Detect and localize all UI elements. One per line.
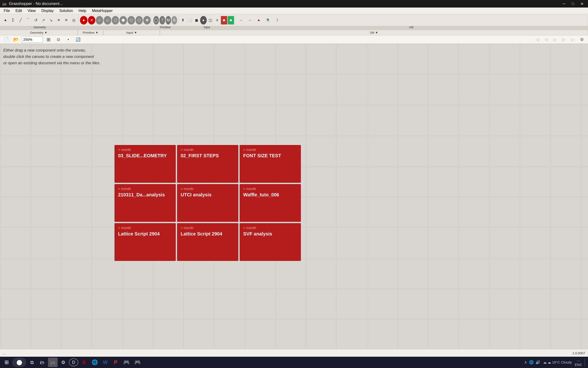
input-arrow: ▼ (134, 31, 137, 34)
tile-4[interactable]: > month UTCI analysis (177, 184, 238, 222)
word-button[interactable]: W (101, 358, 110, 367)
menu-metahopper[interactable]: MetaHopper (89, 8, 115, 13)
tile-2[interactable]: > month FONT SIZE TEST (240, 145, 301, 183)
tile-3[interactable]: > month 210311_Da...analysis (114, 184, 176, 222)
util-btn-4[interactable]: ⚗ (263, 16, 272, 25)
weather-widget[interactable]: ☁ ☁ 19°C Cloudy (543, 360, 572, 364)
tile-1-date: > month (181, 148, 235, 152)
open-file-icon[interactable]: 📂 (12, 35, 20, 44)
geometry-section-label: Geometry ▼ (0, 30, 78, 35)
util-btn-2[interactable]: → (246, 16, 254, 25)
settings-taskbutton[interactable]: ⚙ (59, 358, 68, 367)
geo2-btn-9[interactable]: ❋ (143, 16, 151, 25)
geo2-btn-7[interactable]: ⬠ (127, 16, 135, 25)
search-button[interactable]: ⬤ (12, 358, 26, 367)
prim-btn-3[interactable]: M (166, 16, 171, 25)
input-btn-5[interactable]: ◫ (207, 16, 214, 25)
menu-help[interactable]: Help (76, 8, 89, 13)
close-button[interactable]: ✕ (578, 0, 586, 8)
geo2-btn-8[interactable]: ⬡ (135, 16, 143, 25)
tile-5[interactable]: > month Waffle_tuto_006 (240, 184, 301, 222)
geo-btn-7[interactable]: ↘ (47, 16, 54, 25)
view-btn-3[interactable]: ▷ (551, 35, 559, 44)
geo2-btn-2[interactable]: ✕ (88, 16, 96, 25)
dell-button[interactable]: D (69, 358, 78, 366)
prim-btn-4[interactable]: A (171, 16, 177, 25)
menu-edit[interactable]: Edit (13, 8, 25, 13)
new-file-icon[interactable]: 📄 (2, 35, 10, 44)
geo2-btn-4[interactable]: ◇ (104, 16, 111, 25)
view-btn-6[interactable]: ⚙ (578, 35, 586, 44)
settings-icon[interactable]: • (64, 35, 72, 44)
tile-1[interactable]: > month 02_FIRST STEPS (177, 145, 238, 183)
files-button[interactable]: 🗁 (38, 358, 47, 367)
geo2-btn-1[interactable]: ● (80, 16, 88, 25)
input-btn-4[interactable]: ● (200, 16, 207, 25)
tile-7-date: > month (181, 226, 235, 230)
start-button[interactable]: ⊞ (2, 358, 11, 367)
tray-icon-1[interactable]: ∧ (524, 360, 527, 364)
menu-file[interactable]: File (1, 8, 13, 13)
fit-view-icon[interactable]: ⊞ (44, 35, 53, 44)
view-toolbar: 📄 📂 ⊞ ⊙ • 🔄 ◁ ◁ ▷ ▷ ▷ ⚙ (0, 35, 588, 44)
view-toggle-icon[interactable]: ⊙ (54, 35, 62, 44)
geo-btn-10[interactable]: ◎ (70, 16, 77, 25)
network-icon[interactable]: 🌐 (529, 360, 534, 364)
speaker-icon[interactable]: 🔊 (535, 360, 540, 364)
input-btn-7[interactable]: ■ (221, 16, 227, 25)
geo2-btn-6[interactable]: ⬟ (120, 16, 127, 25)
input-btn-1[interactable]: ⬆ (180, 16, 186, 25)
primitive-arrow: ▼ (95, 31, 98, 34)
geo-btn-4[interactable]: ⌒ (25, 16, 32, 25)
menu-solution[interactable]: Solution (56, 8, 76, 13)
util-label: Util (236, 26, 587, 29)
view-btn-1[interactable]: ◁ (533, 35, 541, 44)
primitive-text: Primitive (83, 31, 95, 34)
input-btn-6[interactable]: ≡ (214, 16, 220, 25)
util-btn-5[interactable]: ☽ (272, 16, 281, 25)
util-btn-1[interactable]: → (237, 16, 245, 25)
geo-btn-9[interactable]: ✕ (62, 16, 70, 25)
zoom-input[interactable] (22, 37, 43, 43)
hint-text: Either drag a new component onto the can… (3, 47, 100, 66)
util-section-label: Util ▼ (160, 30, 588, 35)
geo-btn-1[interactable]: ● (2, 16, 9, 25)
canvas-area[interactable]: Either drag a new component onto the can… (0, 44, 588, 349)
view-btn-2[interactable]: ◁ (542, 35, 550, 44)
show-desktop-button[interactable] (585, 358, 586, 367)
geo-btn-2[interactable]: Σ (9, 16, 17, 25)
game-button1[interactable]: 🎮 (121, 358, 132, 367)
tile-6[interactable]: > month Lattice Script 2904 (114, 223, 176, 261)
view-btn-4[interactable]: ▷ (560, 35, 568, 44)
geo2-btn-5[interactable]: ⬡ (112, 16, 119, 25)
taskbar-clock[interactable]: ... ENG (575, 357, 582, 367)
tile-5-date: > month (243, 187, 297, 191)
prim-btn-2[interactable]: 7 (159, 16, 165, 25)
game-button2[interactable]: 🎮 (132, 358, 142, 367)
geo-btn-6[interactable]: ↗ (40, 16, 47, 25)
refresh-icon[interactable]: 🔄 (74, 35, 82, 44)
prim-btn-1[interactable]: ◯ (153, 16, 159, 25)
geo2-btn-3[interactable]: ○ (96, 16, 103, 25)
tile-8[interactable]: > month SVF analysis (240, 223, 301, 261)
chrome-button[interactable]: 🌐 (90, 358, 100, 367)
grasshopper-taskbutton[interactable]: 🦗 (48, 358, 58, 367)
menu-display[interactable]: Display (39, 8, 56, 13)
util-text: Util (370, 31, 374, 34)
view-btn-5[interactable]: ▷ (569, 35, 577, 44)
powerpoint-button[interactable]: P (111, 358, 120, 367)
geo-btn-5[interactable]: ↺ (32, 16, 39, 25)
geo-btn-8[interactable]: ✕ (55, 16, 62, 25)
input-btn-3[interactable]: ◼ (193, 16, 200, 25)
acrobat-button[interactable]: A (79, 358, 89, 367)
taskview-button[interactable]: ⧉ (27, 358, 37, 367)
util-btn-3[interactable]: ● (255, 16, 263, 25)
input-btn-8[interactable]: ■ (228, 16, 234, 25)
input-btn-2[interactable]: ⬜ (186, 16, 193, 25)
maximize-button[interactable]: □ (569, 0, 577, 8)
tile-0[interactable]: > month 03_SLIDE...EOMETRY (114, 145, 176, 183)
geo-btn-3[interactable]: ╱ (17, 16, 24, 25)
menu-view[interactable]: View (25, 8, 38, 13)
minimize-button[interactable]: ─ (560, 0, 568, 8)
tile-7[interactable]: > month Lattice Script 2904 (177, 223, 238, 261)
